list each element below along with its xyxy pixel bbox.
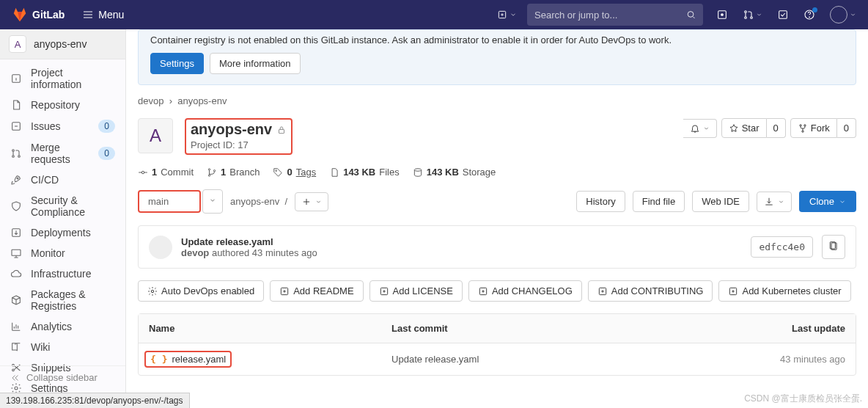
repo-path[interactable]: anyops-env / (230, 196, 287, 207)
collapse-sidebar-button[interactable]: Collapse sidebar (0, 365, 125, 389)
svg-point-25 (141, 171, 144, 174)
file-name[interactable]: release.yaml (172, 354, 226, 365)
fork-icon (798, 123, 808, 134)
star-icon (729, 123, 739, 134)
new-dropdown-button[interactable] (497, 10, 517, 20)
breadcrumb-group[interactable]: devop (138, 95, 163, 106)
add-to-tree-button[interactable] (295, 192, 328, 211)
table-row[interactable]: { }release.yamlUpdate release.yaml43 min… (139, 343, 856, 375)
file-icon (329, 167, 339, 178)
branches-stat[interactable]: 1Branch (207, 167, 260, 178)
search-box[interactable] (527, 4, 703, 26)
mr-icon (10, 147, 22, 159)
copy-sha-button[interactable] (822, 235, 845, 259)
svg-rect-17 (12, 249, 21, 255)
download-button[interactable] (757, 192, 792, 212)
merge-requests-nav-icon[interactable] (743, 9, 762, 21)
cloud-icon (10, 268, 22, 280)
history-button[interactable]: History (576, 191, 625, 212)
plus-square-icon (728, 286, 738, 296)
sidebar-item-monitor[interactable]: Monitor (0, 243, 125, 263)
chevron-down-icon (703, 123, 710, 134)
sidebar-item-wiki[interactable]: Wiki (0, 337, 125, 357)
help-nav-icon[interactable] (803, 9, 815, 21)
commit-time: 43 minutes ago (252, 247, 317, 258)
sidebar-item-project-information[interactable]: Project information (0, 62, 125, 95)
issues-nav-icon[interactable] (716, 9, 728, 21)
disk-icon (413, 167, 423, 178)
col-commit: Last commit (381, 314, 646, 343)
plus-square-icon (379, 286, 389, 296)
svg-point-3 (721, 14, 724, 16)
deploy-icon (10, 227, 22, 238)
clone-button[interactable]: Clone (799, 191, 856, 212)
project-stats: 1Commit 1Branch 0Tags 143 KBFiles 143 KB… (138, 167, 856, 178)
commits-stat[interactable]: 1Commit (138, 167, 194, 178)
file-tree-table: Name Last commit Last update { }release.… (138, 313, 856, 376)
menu-button[interactable]: Menu (82, 9, 124, 21)
search-icon (686, 10, 696, 20)
plus-icon (301, 197, 312, 207)
chevron-double-left-icon (10, 373, 21, 383)
file-last-commit[interactable]: Update release.yaml (391, 354, 479, 365)
web-ide-button[interactable]: Web IDE (692, 191, 749, 212)
settings-button[interactable]: Settings (150, 53, 204, 74)
project-name: anyops-env (191, 121, 272, 138)
quick-action-auto-devops-enabled[interactable]: Auto DevOps enabled (138, 280, 264, 302)
commit-author-avatar[interactable] (149, 236, 172, 259)
branch-dropdown-chevron[interactable] (202, 189, 223, 214)
package-icon (10, 294, 22, 306)
notification-dropdown[interactable] (683, 119, 717, 138)
files-stat[interactable]: 143 KBFiles (329, 167, 400, 178)
commit-author[interactable]: devop (181, 247, 209, 258)
sidebar-item-issues[interactable]: Issues0 (0, 115, 125, 137)
svg-point-28 (213, 170, 215, 171)
user-avatar-dropdown[interactable] (830, 6, 856, 23)
svg-point-30 (414, 168, 421, 171)
sidebar-item-infrastructure[interactable]: Infrastructure (0, 263, 125, 284)
branch-selector[interactable]: main (138, 190, 201, 213)
notification-dot (812, 7, 817, 12)
doc-icon (10, 99, 22, 111)
sidebar-item-label: CI/CD (31, 174, 59, 186)
sidebar-item-analytics[interactable]: Analytics (0, 316, 125, 337)
sidebar-item-security-compliance[interactable]: Security & Compliance (0, 190, 125, 222)
svg-point-33 (151, 290, 154, 293)
tags-stat[interactable]: 0Tags (273, 167, 316, 178)
todos-nav-icon[interactable] (777, 9, 789, 21)
breadcrumb-project[interactable]: anyops-env (177, 95, 227, 106)
sidebar-project-link[interactable]: A anyops-env (0, 29, 125, 59)
sidebar-item-deployments[interactable]: Deployments (0, 222, 125, 243)
quick-action-add-readme[interactable]: Add README (270, 280, 363, 302)
sidebar-item-merge-requests[interactable]: Merge requests0 (0, 137, 125, 170)
info-icon (10, 73, 22, 84)
sidebar-item-label: Issues (31, 120, 60, 132)
svg-point-22 (800, 124, 801, 125)
quick-action-add-changelog[interactable]: Add CHANGELOG (468, 280, 582, 302)
gitlab-logo[interactable]: GitLab (12, 7, 65, 23)
sidebar-item-packages-registries[interactable]: Packages & Registries (0, 284, 125, 316)
find-file-button[interactable]: Find file (633, 191, 685, 212)
search-input[interactable] (534, 10, 686, 21)
quick-action-add-license[interactable]: Add LICENSE (369, 280, 463, 302)
sidebar-item-repository[interactable]: Repository (0, 95, 125, 115)
sidebar-item-label: Security & Compliance (31, 194, 115, 218)
watermark: CSDN @富士康质检员张全蛋. (744, 393, 862, 405)
svg-point-13 (12, 156, 15, 158)
star-button[interactable]: Star 0 (721, 118, 786, 138)
svg-point-1 (688, 12, 694, 18)
quick-action-add-contributing[interactable]: Add CONTRIBUTING (588, 280, 713, 302)
commit-sha[interactable]: edfcc4e0 (751, 236, 813, 258)
project-avatar-small: A (9, 35, 26, 53)
sidebar-item-label: Monitor (31, 247, 65, 259)
more-info-button[interactable]: More information (210, 53, 301, 74)
quick-action-add-kubernetes-cluster[interactable]: Add Kubernetes cluster (718, 280, 850, 302)
sidebar-item-label: Merge requests (31, 142, 89, 165)
commit-title[interactable]: Update release.yaml (181, 236, 742, 247)
sidebar-item-ci-cd[interactable]: CI/CD (0, 170, 125, 190)
shield-icon (10, 200, 22, 212)
sidebar-item-label: Analytics (31, 321, 72, 332)
fork-button[interactable]: Fork 0 (790, 118, 856, 138)
container-registry-banner: Container registry is not enabled on thi… (138, 29, 856, 85)
storage-stat[interactable]: 143 KBStorage (413, 167, 496, 178)
